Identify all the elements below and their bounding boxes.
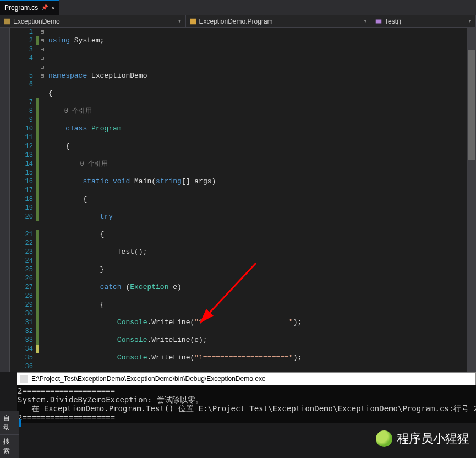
editor-margin bbox=[0, 28, 10, 372]
vertical-scrollbar[interactable] bbox=[467, 28, 476, 372]
tab-search[interactable]: 搜索 bbox=[0, 434, 19, 458]
line-number-gutter: 1234 56 7891011121314151617181920 212223… bbox=[10, 28, 36, 372]
console-output: 2==================== System.DivideByZer… bbox=[17, 385, 476, 423]
tool-window-tabs: 自动 搜索 bbox=[0, 411, 19, 458]
console-title-text: E:\Project_Test\ExceptionDemo\ExceptionD… bbox=[31, 375, 266, 383]
watermark: 程序员小猩猩 bbox=[376, 430, 469, 447]
nav-method[interactable]: Test() ▼ bbox=[371, 15, 476, 27]
chevron-down-icon: ▼ bbox=[468, 19, 472, 24]
tab-bar: Program.cs 📌 ✕ bbox=[0, 0, 476, 15]
nav-namespace[interactable]: ExceptionDemo ▼ bbox=[0, 15, 186, 27]
class-icon bbox=[189, 18, 197, 25]
svg-rect-2 bbox=[376, 19, 382, 23]
svg-rect-1 bbox=[190, 18, 196, 24]
nav-method-label: Test() bbox=[385, 18, 401, 25]
nav-namespace-label: ExceptionDemo bbox=[13, 18, 60, 25]
namespace-icon bbox=[3, 18, 11, 25]
close-icon[interactable]: ✕ bbox=[51, 4, 54, 11]
method-icon bbox=[375, 18, 382, 25]
app-icon bbox=[20, 375, 28, 383]
chevron-down-icon: ▼ bbox=[178, 19, 182, 24]
file-tab-label: Program.cs bbox=[4, 4, 38, 12]
code-content[interactable]: using System; namespace ExceptionDemo { … bbox=[46, 28, 476, 372]
wechat-icon bbox=[376, 430, 392, 447]
code-editor[interactable]: 1234 56 7891011121314151617181920 212223… bbox=[0, 28, 476, 372]
console-titlebar[interactable]: E:\Project_Test\ExceptionDemo\ExceptionD… bbox=[17, 372, 476, 385]
scrollbar-thumb[interactable] bbox=[468, 50, 475, 160]
svg-rect-0 bbox=[4, 18, 10, 24]
chevron-down-icon: ▼ bbox=[363, 19, 368, 24]
tab-auto[interactable]: 自动 bbox=[0, 411, 19, 434]
pin-icon[interactable]: 📌 bbox=[41, 4, 48, 11]
codelens-refs[interactable]: 0 个引用 bbox=[80, 160, 108, 168]
file-tab[interactable]: Program.cs 📌 ✕ bbox=[0, 0, 59, 15]
nav-class-label: ExceptionDemo.Program bbox=[199, 18, 273, 25]
codelens-refs[interactable]: 0 个引用 bbox=[64, 107, 92, 115]
fold-gutter[interactable]: ⊟⊟⊟⊟⊟⊟ bbox=[39, 28, 46, 372]
nav-class[interactable]: ExceptionDemo.Program ▼ bbox=[186, 15, 372, 27]
watermark-text: 程序员小猩猩 bbox=[397, 430, 469, 447]
nav-bar: ExceptionDemo ▼ ExceptionDemo.Program ▼ … bbox=[0, 15, 476, 28]
